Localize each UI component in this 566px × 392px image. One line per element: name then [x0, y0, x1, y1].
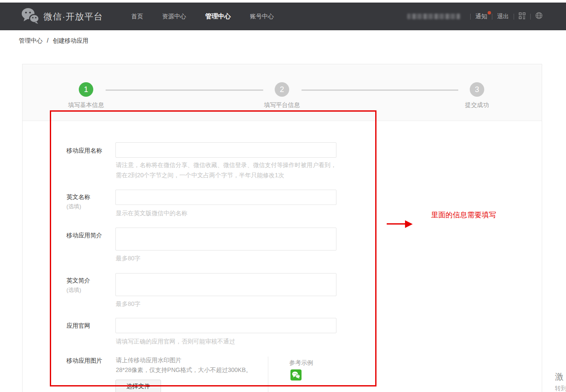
step-3-circle: 3 [470, 82, 484, 97]
upload-instruction-line2: 28*28像素，仅支持PNG格式，大小不超过300KB。 [116, 366, 252, 374]
step-3-submit-success: 3 提交成功 [443, 82, 511, 109]
step-2-label: 填写平台信息 [248, 101, 316, 109]
step-2-circle: 2 [275, 82, 289, 97]
app-image-label: 移动应用图片 [66, 357, 102, 365]
notification-dot [488, 11, 491, 14]
official-website-label: 应用官网 [66, 322, 90, 330]
app-intro-label: 移动应用简介 [66, 232, 102, 239]
app-name-input[interactable] [115, 142, 336, 158]
step-connector-1 [106, 89, 263, 91]
nav-item-account[interactable]: 账号中心 [250, 13, 274, 20]
main-menu: 首页 资源中心 管理中心 账号中心 [131, 3, 293, 30]
upload-section-divider [268, 357, 268, 392]
choose-file-button[interactable]: 选择文件 [115, 380, 161, 392]
english-intro-optional-tag: (选填) [66, 286, 81, 294]
notifications-label: 通知 [475, 13, 487, 20]
app-name-hint: 请注意，名称将在微信分享、微信收藏、微信登录、微信支付等操作时被用户看到，需在2… [116, 160, 342, 180]
watermark-line1: 激 [555, 371, 566, 383]
breadcrumb-management-center[interactable]: 管理中心 [19, 37, 43, 44]
breadcrumb: 管理中心 / 创建移动应用 [19, 37, 89, 45]
logout-link[interactable]: 退出 [497, 13, 509, 20]
step-1-label: 填写基本信息 [52, 101, 120, 109]
app-name-label: 移动应用名称 [66, 147, 102, 155]
english-name-hint: 显示在英文版微信中的名称 [116, 208, 342, 218]
english-name-label: 英文名称 [66, 193, 90, 201]
nav-divider [492, 14, 492, 20]
official-website-input[interactable] [115, 318, 336, 333]
wechat-logo-icon [21, 7, 39, 26]
windows-watermark-clipped: 激 转到 [555, 371, 566, 392]
nav-divider [470, 14, 471, 20]
breadcrumb-separator: / [47, 37, 49, 44]
breadcrumb-current-page: 创建移动应用 [53, 37, 89, 44]
nav-item-management[interactable]: 管理中心 [205, 12, 231, 20]
english-intro-hint: 最多80字 [116, 299, 342, 309]
globe-icon[interactable] [535, 12, 543, 21]
wechat-green-example-icon [290, 369, 302, 380]
user-account-blurred[interactable] [407, 14, 460, 19]
nav-item-home[interactable]: 首页 [131, 13, 143, 20]
step-3-label: 提交成功 [443, 101, 511, 109]
watermark-line2: 转到 [555, 385, 566, 392]
brand-title: 微信·开放平台 [43, 11, 103, 23]
example-label: 参考示例 [289, 359, 313, 367]
annotation-note: 里面的信息需要填写 [431, 210, 496, 220]
english-name-optional-tag: (选填) [66, 203, 81, 210]
annotation-arrow-head-icon [405, 220, 413, 228]
official-website-hint: 请填写正确的应用官网，否则可能审核不通过 [116, 336, 342, 346]
english-intro-label: 英文简介 [66, 277, 90, 285]
qr-code-icon[interactable] [519, 12, 526, 21]
english-intro-textarea[interactable] [115, 273, 336, 296]
brand-group[interactable]: 微信·开放平台 [21, 3, 103, 30]
step-1-circle: 1 [79, 82, 93, 97]
nav-item-resources[interactable]: 资源中心 [162, 13, 186, 20]
top-navbar: 微信·开放平台 首页 资源中心 管理中心 账号中心 通知 退出 [0, 3, 566, 30]
navbar-right: 通知 退出 [407, 3, 543, 30]
english-name-input[interactable] [115, 190, 336, 205]
notifications-link[interactable]: 通知 [475, 13, 487, 20]
app-intro-hint: 最多80字 [116, 253, 342, 263]
step-connector-2 [302, 89, 458, 91]
step-2-platform-info: 2 填写平台信息 [248, 82, 316, 109]
nav-divider [530, 14, 531, 20]
annotation-arrow [387, 223, 406, 225]
steps-header: 1 填写基本信息 2 填写平台信息 3 提交成功 [23, 64, 542, 121]
step-1-basic-info: 1 填写基本信息 [52, 82, 120, 109]
create-app-panel: 1 填写基本信息 2 填写平台信息 3 提交成功 移动应用名称 请注意，名称将在… [22, 64, 542, 392]
app-intro-textarea[interactable] [115, 228, 336, 251]
upload-instruction-line1: 请上传移动应用水印图片 [116, 357, 181, 364]
nav-divider [514, 14, 514, 20]
